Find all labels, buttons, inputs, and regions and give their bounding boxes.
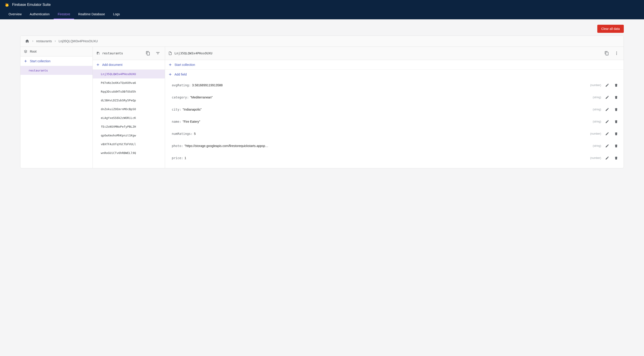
document-column-header: Lnj35QLQW3x4PHosOUXU [165,47,624,60]
field-key: avgRating: [172,83,191,87]
start-collection-button[interactable]: Start collection [165,60,624,70]
document-item[interactable]: Pd7oNz2eXKxTQsKO9va6 [93,79,165,87]
collection-item[interactable]: restaurants [20,66,92,75]
document-item[interactable]: qpOwXmohoMhKpnzt1Kgw [93,131,165,140]
edit-icon[interactable] [603,118,611,125]
delete-icon[interactable] [612,106,620,113]
breadcrumb-document[interactable]: Lnj35QLQW3x4PHosOUXU [58,39,98,43]
breadcrumb-collection[interactable]: restaurants [36,39,52,43]
collection-label: restaurants [102,52,142,55]
field-row: price:1(number) [165,152,624,164]
document-item[interactable]: Lnj35QLQW3x4PHosOUXU [93,70,165,79]
root-column-header: Root [20,47,92,56]
delete-icon[interactable] [612,154,620,162]
document-item[interactable]: vBXfFAzOfqYGCfbFVULl [93,140,165,149]
field-value: "Indianapolis" [182,108,202,111]
document-item[interactable]: fEcZoNSVMNoPefyPBLZH [93,122,165,131]
root-label: Root [30,50,89,53]
document-column: Lnj35QLQW3x4PHosOUXU Start collection Ad [165,47,624,168]
field-row: name:"Fire Eatery"(string) [165,116,624,128]
nav-tabs: OverviewAuthenticationFirestoreRealtime … [4,10,640,19]
edit-icon[interactable] [603,81,611,89]
plus-icon [168,63,172,67]
home-icon[interactable] [25,39,30,43]
plus-icon [24,59,28,63]
start-collection-label: Start collection [30,59,50,63]
field-value: "Fire Eatery" [182,120,200,123]
document-item[interactable]: wnRoGUiCTv6hRBWELl9Q [93,149,165,157]
root-column: Root Start collection restaurants [20,47,93,168]
field-row: category:"Mediterranean"(string) [165,91,624,103]
field-type: (number) [590,156,601,160]
field-key: price: [172,156,183,160]
delete-icon[interactable] [612,81,620,89]
field-value: 3.5816899119913588 [192,83,222,87]
add-document-button[interactable]: Add document [93,60,165,70]
plus-icon [96,63,100,67]
field-key: category: [172,96,189,99]
app-title: Firebase Emulator Suite [12,3,51,7]
field-row: photo:"https://storage.googleapis.com/fi… [165,140,624,152]
breadcrumb: restaurants Lnj35QLQW3x4PHosOUXU [20,36,624,47]
add-field-label: Add field [174,73,186,76]
delete-icon[interactable] [612,130,620,138]
chevron-right-icon [31,40,34,43]
edit-icon[interactable] [603,94,611,101]
database-icon [24,50,28,54]
copy-icon[interactable] [144,50,152,57]
copy-icon[interactable] [603,50,610,57]
field-key: photo: [172,144,183,148]
filter-icon[interactable] [154,50,162,57]
firestore-panel: restaurants Lnj35QLQW3x4PHosOUXU Root St… [20,36,624,168]
nav-tab-firestore[interactable]: Firestore [54,10,74,19]
edit-icon[interactable] [603,154,611,162]
edit-icon[interactable] [603,106,611,113]
nav-tab-overview[interactable]: Overview [4,10,26,19]
field-type: (number) [590,84,601,87]
field-value: 1 [184,156,186,160]
document-item[interactable]: dL5B4vLDZZubSRy5PeQp [93,96,165,105]
document-item[interactable]: dnZokuiZOEmrnMOcBpSO [93,105,165,114]
field-key: numRatings: [172,132,193,136]
delete-icon[interactable] [612,118,620,125]
field-key: city: [172,108,181,111]
field-key: name: [172,120,181,123]
plus-icon [168,72,172,76]
field-row: avgRating:3.5816899119913588(number) [165,79,624,91]
delete-icon[interactable] [612,94,620,101]
header-top: Firebase Emulator Suite [4,0,640,10]
nav-tab-authentication[interactable]: Authentication [26,10,54,19]
collection-icon [96,51,100,55]
nav-tab-logs[interactable]: Logs [109,10,124,19]
svg-point-1 [616,53,617,54]
field-type: (string) [593,96,601,99]
app-header: Firebase Emulator Suite OverviewAuthenti… [0,0,644,19]
edit-icon[interactable] [603,142,611,150]
field-type: (string) [593,120,601,123]
field-value: 5 [194,132,196,136]
more-vert-icon[interactable] [613,50,620,57]
chevron-right-icon [54,40,57,43]
toolbar: Clear all data [0,19,644,36]
add-field-button[interactable]: Add field [165,70,624,79]
field-type: (string) [593,144,601,147]
document-id-label: Lnj35QLQW3x4PHosOUXU [174,52,601,55]
document-item[interactable]: eLAgYxeSS6k2zWORiLcK [93,114,165,122]
nav-tab-realtime-database[interactable]: Realtime Database [74,10,109,19]
clear-all-button[interactable]: Clear all data [597,25,624,33]
field-value: "https://storage.googleapis.com/firestor… [184,144,270,148]
delete-icon[interactable] [612,142,620,150]
start-collection-label: Start collection [174,63,195,67]
document-item[interactable]: Rqq3DcuUdHTsOBfOSd5h [93,87,165,96]
firebase-logo-icon [4,2,10,7]
svg-point-2 [616,54,617,55]
svg-point-0 [616,52,617,52]
field-type: (number) [590,132,601,135]
field-row: city:"Indianapolis"(string) [165,103,624,116]
columns: Root Start collection restaurants restau… [20,47,624,168]
edit-icon[interactable] [603,130,611,138]
field-row: numRatings:5(number) [165,128,624,140]
collection-column-header: restaurants [93,47,165,60]
start-collection-button[interactable]: Start collection [20,56,92,66]
document-icon [168,51,172,55]
